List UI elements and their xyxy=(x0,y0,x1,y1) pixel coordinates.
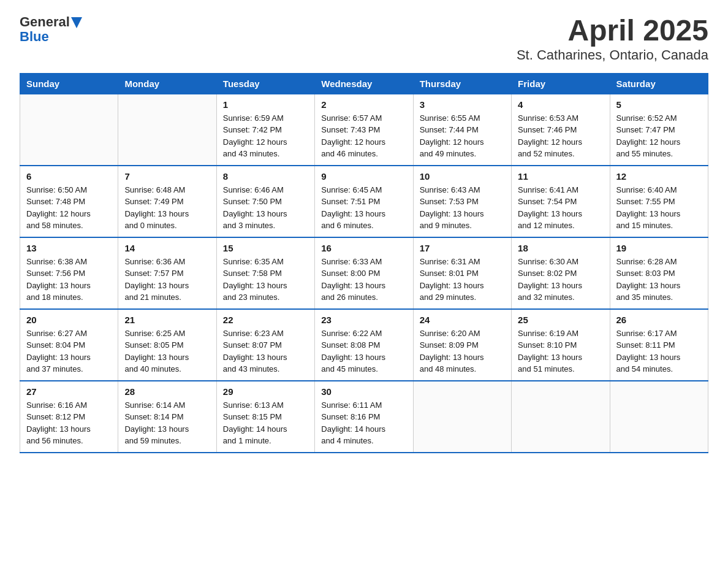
calendar-cell xyxy=(413,381,511,453)
day-number: 14 xyxy=(124,243,210,253)
day-number: 13 xyxy=(26,243,112,253)
day-info: Sunrise: 6:38 AM Sunset: 7:56 PM Dayligh… xyxy=(26,256,112,304)
calendar-cell: 4Sunrise: 6:53 AM Sunset: 7:46 PM Daylig… xyxy=(512,94,610,166)
day-number: 23 xyxy=(321,315,406,325)
calendar-cell xyxy=(512,381,610,453)
day-number: 27 xyxy=(26,386,112,397)
day-info: Sunrise: 6:31 AM Sunset: 8:01 PM Dayligh… xyxy=(420,256,505,304)
day-info: Sunrise: 6:14 AM Sunset: 8:14 PM Dayligh… xyxy=(124,399,210,447)
logo-triangle-icon xyxy=(71,17,82,28)
calendar-cell xyxy=(118,94,216,166)
logo: General Blue xyxy=(20,15,82,44)
calendar-cell: 20Sunrise: 6:27 AM Sunset: 8:04 PM Dayli… xyxy=(20,309,118,381)
day-info: Sunrise: 6:48 AM Sunset: 7:49 PM Dayligh… xyxy=(124,184,210,232)
day-header-thursday: Thursday xyxy=(413,73,511,94)
calendar-cell: 19Sunrise: 6:28 AM Sunset: 8:03 PM Dayli… xyxy=(610,237,708,309)
day-number: 24 xyxy=(420,315,505,325)
day-info: Sunrise: 6:28 AM Sunset: 8:03 PM Dayligh… xyxy=(616,256,702,304)
calendar-week-row: 1Sunrise: 6:59 AM Sunset: 7:42 PM Daylig… xyxy=(20,94,708,166)
calendar-week-row: 6Sunrise: 6:50 AM Sunset: 7:48 PM Daylig… xyxy=(20,166,708,237)
page-header: General Blue April 2025 St. Catharines, … xyxy=(20,15,708,63)
calendar-cell: 7Sunrise: 6:48 AM Sunset: 7:49 PM Daylig… xyxy=(118,166,216,237)
title-block: April 2025 St. Catharines, Ontario, Cana… xyxy=(517,15,708,63)
day-info: Sunrise: 6:20 AM Sunset: 8:09 PM Dayligh… xyxy=(420,327,505,375)
day-header-friday: Friday xyxy=(512,73,610,94)
day-info: Sunrise: 6:22 AM Sunset: 8:08 PM Dayligh… xyxy=(321,327,406,375)
day-header-sunday: Sunday xyxy=(20,73,118,94)
day-number: 4 xyxy=(518,99,603,110)
day-info: Sunrise: 6:57 AM Sunset: 7:43 PM Dayligh… xyxy=(321,112,406,160)
calendar-cell: 15Sunrise: 6:35 AM Sunset: 7:58 PM Dayli… xyxy=(216,237,314,309)
calendar-cell: 14Sunrise: 6:36 AM Sunset: 7:57 PM Dayli… xyxy=(118,237,216,309)
day-number: 2 xyxy=(321,99,406,110)
calendar-header-row: SundayMondayTuesdayWednesdayThursdayFrid… xyxy=(20,73,708,94)
calendar-cell: 2Sunrise: 6:57 AM Sunset: 7:43 PM Daylig… xyxy=(315,94,413,166)
day-number: 1 xyxy=(223,99,308,110)
day-info: Sunrise: 6:11 AM Sunset: 8:16 PM Dayligh… xyxy=(321,399,406,447)
day-info: Sunrise: 6:30 AM Sunset: 8:02 PM Dayligh… xyxy=(518,256,603,304)
day-number: 19 xyxy=(616,243,702,253)
day-number: 16 xyxy=(321,243,406,253)
day-number: 12 xyxy=(616,171,702,182)
day-info: Sunrise: 6:25 AM Sunset: 8:05 PM Dayligh… xyxy=(124,327,210,375)
calendar-week-row: 27Sunrise: 6:16 AM Sunset: 8:12 PM Dayli… xyxy=(20,381,708,453)
day-header-monday: Monday xyxy=(118,73,216,94)
calendar-cell: 17Sunrise: 6:31 AM Sunset: 8:01 PM Dayli… xyxy=(413,237,511,309)
day-number: 8 xyxy=(223,171,308,182)
logo-text-general: General xyxy=(20,15,70,29)
calendar-cell: 1Sunrise: 6:59 AM Sunset: 7:42 PM Daylig… xyxy=(216,94,314,166)
day-info: Sunrise: 6:55 AM Sunset: 7:44 PM Dayligh… xyxy=(420,112,505,160)
day-info: Sunrise: 6:43 AM Sunset: 7:53 PM Dayligh… xyxy=(420,184,505,232)
calendar-cell: 24Sunrise: 6:20 AM Sunset: 8:09 PM Dayli… xyxy=(413,309,511,381)
day-info: Sunrise: 6:23 AM Sunset: 8:07 PM Dayligh… xyxy=(223,327,308,375)
day-info: Sunrise: 6:52 AM Sunset: 7:47 PM Dayligh… xyxy=(616,112,702,160)
calendar-cell: 10Sunrise: 6:43 AM Sunset: 7:53 PM Dayli… xyxy=(413,166,511,237)
day-info: Sunrise: 6:53 AM Sunset: 7:46 PM Dayligh… xyxy=(518,112,603,160)
day-number: 5 xyxy=(616,99,702,110)
day-info: Sunrise: 6:35 AM Sunset: 7:58 PM Dayligh… xyxy=(223,256,308,304)
day-info: Sunrise: 6:46 AM Sunset: 7:50 PM Dayligh… xyxy=(223,184,308,232)
calendar-cell: 23Sunrise: 6:22 AM Sunset: 8:08 PM Dayli… xyxy=(315,309,413,381)
day-info: Sunrise: 6:36 AM Sunset: 7:57 PM Dayligh… xyxy=(124,256,210,304)
calendar-cell: 26Sunrise: 6:17 AM Sunset: 8:11 PM Dayli… xyxy=(610,309,708,381)
svg-marker-0 xyxy=(71,17,82,28)
day-header-tuesday: Tuesday xyxy=(216,73,314,94)
calendar-table: SundayMondayTuesdayWednesdayThursdayFrid… xyxy=(20,73,708,453)
day-info: Sunrise: 6:17 AM Sunset: 8:11 PM Dayligh… xyxy=(616,327,702,375)
calendar-cell: 12Sunrise: 6:40 AM Sunset: 7:55 PM Dayli… xyxy=(610,166,708,237)
page-subtitle: St. Catharines, Ontario, Canada xyxy=(517,47,708,63)
day-number: 6 xyxy=(26,171,112,182)
day-number: 21 xyxy=(124,315,210,325)
calendar-cell: 16Sunrise: 6:33 AM Sunset: 8:00 PM Dayli… xyxy=(315,237,413,309)
day-info: Sunrise: 6:13 AM Sunset: 8:15 PM Dayligh… xyxy=(223,399,308,447)
day-number: 25 xyxy=(518,315,603,325)
calendar-week-row: 20Sunrise: 6:27 AM Sunset: 8:04 PM Dayli… xyxy=(20,309,708,381)
calendar-cell: 30Sunrise: 6:11 AM Sunset: 8:16 PM Dayli… xyxy=(315,381,413,453)
day-info: Sunrise: 6:27 AM Sunset: 8:04 PM Dayligh… xyxy=(26,327,112,375)
day-number: 10 xyxy=(420,171,505,182)
calendar-cell: 28Sunrise: 6:14 AM Sunset: 8:14 PM Dayli… xyxy=(118,381,216,453)
day-info: Sunrise: 6:59 AM Sunset: 7:42 PM Dayligh… xyxy=(223,112,308,160)
calendar-cell: 5Sunrise: 6:52 AM Sunset: 7:47 PM Daylig… xyxy=(610,94,708,166)
calendar-cell: 8Sunrise: 6:46 AM Sunset: 7:50 PM Daylig… xyxy=(216,166,314,237)
calendar-cell: 9Sunrise: 6:45 AM Sunset: 7:51 PM Daylig… xyxy=(315,166,413,237)
day-number: 11 xyxy=(518,171,603,182)
day-number: 3 xyxy=(420,99,505,110)
calendar-cell: 25Sunrise: 6:19 AM Sunset: 8:10 PM Dayli… xyxy=(512,309,610,381)
day-number: 26 xyxy=(616,315,702,325)
day-number: 9 xyxy=(321,171,406,182)
day-info: Sunrise: 6:33 AM Sunset: 8:00 PM Dayligh… xyxy=(321,256,406,304)
calendar-cell: 13Sunrise: 6:38 AM Sunset: 7:56 PM Dayli… xyxy=(20,237,118,309)
calendar-cell: 6Sunrise: 6:50 AM Sunset: 7:48 PM Daylig… xyxy=(20,166,118,237)
calendar-cell xyxy=(20,94,118,166)
calendar-cell xyxy=(610,381,708,453)
calendar-cell: 11Sunrise: 6:41 AM Sunset: 7:54 PM Dayli… xyxy=(512,166,610,237)
day-info: Sunrise: 6:41 AM Sunset: 7:54 PM Dayligh… xyxy=(518,184,603,232)
day-number: 22 xyxy=(223,315,308,325)
day-info: Sunrise: 6:16 AM Sunset: 8:12 PM Dayligh… xyxy=(26,399,112,447)
page-title: April 2025 xyxy=(517,15,708,47)
day-info: Sunrise: 6:50 AM Sunset: 7:48 PM Dayligh… xyxy=(26,184,112,232)
day-number: 18 xyxy=(518,243,603,253)
calendar-week-row: 13Sunrise: 6:38 AM Sunset: 7:56 PM Dayli… xyxy=(20,237,708,309)
calendar-cell: 21Sunrise: 6:25 AM Sunset: 8:05 PM Dayli… xyxy=(118,309,216,381)
